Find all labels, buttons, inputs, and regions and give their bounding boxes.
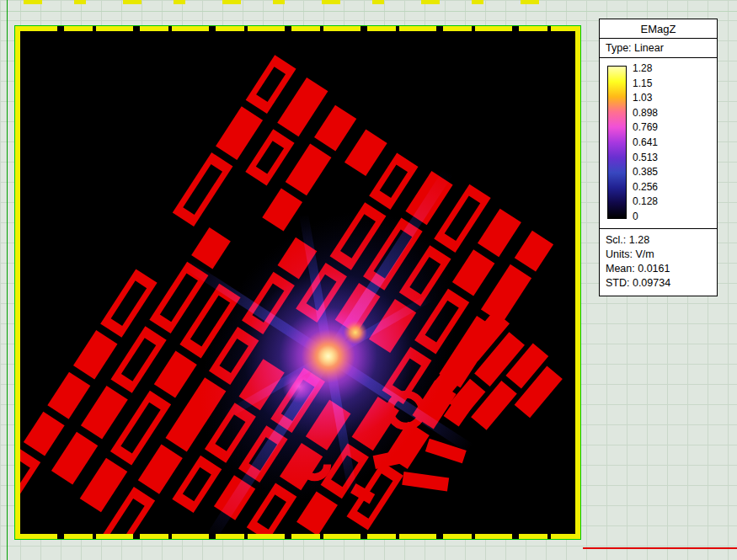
colorbar-tick-label: 0.898 [633, 108, 658, 118]
boundary-tick-marks-bottom [20, 534, 575, 539]
colorbar-tick-label: 0.641 [633, 137, 658, 147]
colorbar [607, 66, 627, 219]
legend-stat-mean: Mean: 0.0161 [606, 262, 712, 276]
colorbar-tick-label: 0.513 [633, 152, 658, 163]
colorbar-tick-label: 1.15 [633, 78, 658, 88]
colorbar-tick-label: 1.28 [633, 63, 658, 73]
legend-stat-std: STD: 0.09734 [606, 276, 712, 291]
legend-stat-units: Units: V/m [606, 248, 712, 262]
legend-title: EMagZ [600, 19, 717, 39]
colorbar-tick-label: 0.128 [633, 196, 658, 206]
scene-canvas[interactable] [20, 31, 575, 534]
colorbar-tick-labels: 1.28 1.15 1.03 0.898 0.769 0.641 0.513 0… [633, 63, 658, 221]
colorbar-tick-label: 0.769 [633, 122, 658, 132]
simulation-viewport[interactable] [14, 25, 581, 540]
colorbar-tick-label: 0.385 [633, 167, 658, 177]
colorbar-section: 1.28 1.15 1.03 0.898 0.769 0.641 0.513 0… [600, 58, 717, 228]
x-axis-line [583, 547, 737, 549]
cad-workspace[interactable]: EMagZ Type: Linear 1.28 1.15 1.03 0.898 … [0, 0, 737, 560]
legend-stats: Scl.: 1.28 Units: V/m Mean: 0.0161 STD: … [600, 228, 717, 296]
legend-panel: EMagZ Type: Linear 1.28 1.15 1.03 0.898 … [599, 19, 718, 296]
em-field-layer [20, 31, 575, 534]
scene-boundary-marks [24, 0, 558, 4]
colorbar-tick-label: 0 [633, 211, 658, 221]
y-axis-line [7, 0, 8, 560]
legend-stat-scale: Scl.: 1.28 [606, 233, 712, 248]
colorbar-tick-label: 1.03 [633, 93, 658, 103]
colorbar-tick-label: 0.256 [633, 182, 658, 192]
legend-scale-type: Type: Linear [600, 39, 717, 58]
major-gridline [0, 11, 737, 12]
